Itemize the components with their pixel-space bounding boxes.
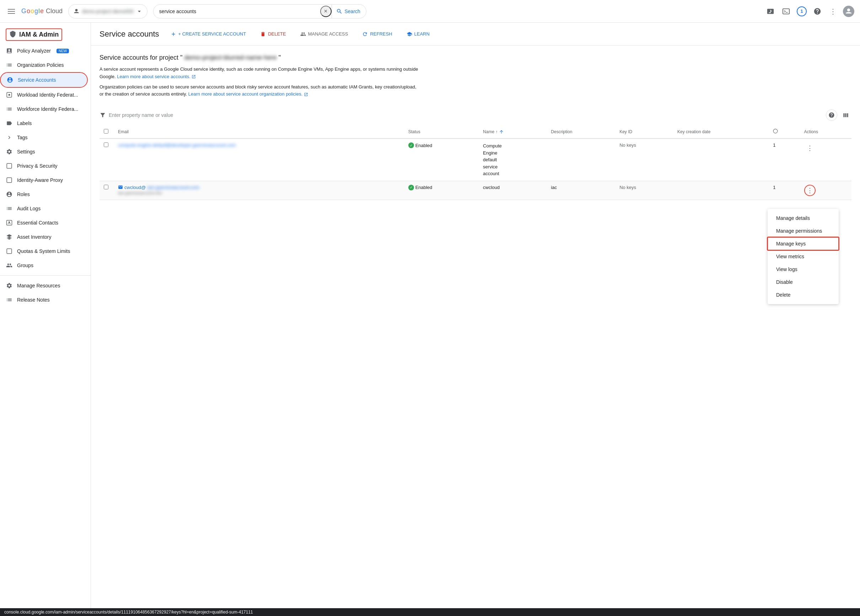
cloud-shell-icon[interactable] — [763, 4, 778, 19]
settings-icon — [6, 148, 13, 155]
search-button[interactable]: Search — [331, 5, 365, 18]
sidebar-item-workload-identity[interactable]: Workload Identity Federat... — [0, 88, 88, 102]
row-1-name: ComputeEnginedefaultserviceaccount — [479, 138, 546, 181]
sidebar-item-label: Groups — [17, 263, 33, 268]
dropdown-manage-permissions[interactable]: Manage permissions — [767, 224, 839, 237]
row-2-actions: ⋮ — [800, 181, 852, 200]
sidebar-item-manage-resources[interactable]: Manage Resources — [0, 279, 88, 293]
sidebar-item-label: Settings — [17, 149, 35, 155]
sidebar-item-audit-logs[interactable]: Audit Logs — [0, 201, 88, 216]
svg-point-3 — [75, 9, 78, 11]
search-input[interactable] — [159, 8, 320, 14]
status-bar: console.cloud.google.com/iam-admin/servi… — [0, 608, 860, 616]
dropdown-disable[interactable]: Disable — [767, 276, 839, 288]
menu-icon[interactable] — [4, 4, 19, 19]
sidebar-item-identity-aware-proxy[interactable]: Identity-Aware Proxy — [0, 173, 88, 187]
groups-icon — [6, 262, 13, 269]
sidebar-item-groups[interactable]: Groups — [0, 258, 88, 273]
create-service-account-button[interactable]: + CREATE SERVICE ACCOUNT — [165, 28, 252, 40]
sort-icon — [499, 129, 504, 134]
roles-icon — [6, 191, 13, 198]
sidebar-item-privacy-security[interactable]: Privacy & Security — [0, 159, 88, 173]
row-1-actions: ⋮ — [800, 138, 852, 181]
sidebar-item-release-notes[interactable]: Release Notes — [0, 293, 88, 307]
sidebar-item-settings[interactable]: Settings — [0, 144, 88, 159]
service-accounts-icon — [6, 76, 14, 83]
policy-analyzer-icon — [6, 47, 13, 54]
refresh-btn-label: REFRESH — [370, 31, 392, 37]
row-2-checkbox[interactable] — [104, 185, 108, 189]
count-header — [769, 125, 800, 138]
project-selector[interactable]: demo-project-demo000 — [68, 4, 148, 19]
learn-more-org-policies-link[interactable]: Learn more about service account organiz… — [188, 91, 308, 97]
columns-button[interactable] — [840, 110, 852, 121]
iam-icon — [9, 31, 16, 39]
sidebar-item-org-policies[interactable]: Organization Policies — [0, 58, 88, 72]
dropdown-manage-keys[interactable]: Manage keys — [767, 237, 839, 250]
svg-rect-1 — [8, 11, 15, 12]
sidebar-item-label: Asset Inventory — [17, 234, 52, 240]
avatar[interactable] — [841, 4, 856, 19]
sidebar-item-service-accounts[interactable]: Service Accounts — [0, 72, 88, 88]
tags-icon — [6, 134, 13, 141]
learn-button[interactable]: LEARN — [401, 28, 435, 40]
table-toolbar-right — [826, 110, 852, 121]
actions-dropdown-menu: Manage details Manage permissions Manage… — [767, 209, 839, 304]
table-row: cwcloud@iam.gserviceaccount.com iam.gser… — [99, 181, 852, 200]
google-cloud-logo[interactable]: Google Cloud — [21, 8, 63, 15]
manage-access-button[interactable]: MANAGE ACCESS — [295, 28, 354, 40]
table-help-icon[interactable] — [826, 110, 837, 121]
row-2-email: cwcloud@iam.gserviceaccount.com iam.gser… — [114, 181, 404, 200]
actions-header: Actions — [800, 125, 852, 138]
notification-badge: 1 — [797, 6, 807, 16]
asset-inventory-icon — [6, 234, 13, 240]
sidebar-item-asset-inventory[interactable]: Asset Inventory — [0, 230, 88, 244]
refresh-button[interactable]: REFRESH — [356, 28, 398, 40]
project-heading: Service accounts for project " demo-proj… — [99, 54, 852, 61]
svg-rect-7 — [7, 163, 12, 168]
delete-button[interactable]: DELETE — [254, 28, 292, 40]
dropdown-manage-details[interactable]: Manage details — [767, 212, 839, 224]
notifications-icon[interactable]: 1 — [795, 4, 809, 19]
content-area: Service accounts + CREATE SERVICE ACCOUN… — [91, 23, 860, 608]
filter-input[interactable] — [109, 112, 823, 118]
row-2-count: 1 — [769, 181, 800, 200]
dropdown-view-metrics[interactable]: View metrics — [767, 250, 839, 263]
status-header: Status — [404, 125, 479, 138]
email-icon — [118, 185, 123, 190]
svg-point-12 — [774, 129, 778, 133]
sidebar-item-labels[interactable]: Labels — [0, 116, 88, 130]
search-clear-button[interactable]: ✕ — [320, 6, 331, 17]
name-header[interactable]: Name ↑ — [479, 125, 546, 138]
main-layout: IAM & Admin Policy Analyzer NEW Organiza… — [0, 23, 860, 608]
learn-more-service-accounts-link[interactable]: Learn more about service accounts. — [117, 74, 196, 79]
project-selector-text: demo-project-demo000 — [82, 8, 133, 14]
search-label: Search — [345, 8, 360, 14]
dropdown-delete[interactable]: Delete — [767, 288, 839, 301]
status-text: Enabled — [416, 185, 433, 190]
sidebar-section-header: IAM & Admin — [0, 25, 91, 44]
row-2-name: cwcloud — [479, 181, 546, 200]
row-2-email-link[interactable]: cwcloud@iam.gserviceaccount.com — [118, 185, 400, 190]
description-header: Description — [546, 125, 615, 138]
more-options-icon[interactable]: ⋮ — [826, 4, 840, 19]
row-1-actions-button[interactable]: ⋮ — [804, 143, 816, 154]
dropdown-view-logs[interactable]: View logs — [767, 263, 839, 276]
select-all-checkbox[interactable] — [104, 129, 108, 133]
row-2-actions-button[interactable]: ⋮ — [804, 185, 816, 196]
sidebar-item-quotas[interactable]: Quotas & System Limits — [0, 244, 88, 258]
sidebar-item-essential-contacts[interactable]: Essential Contacts — [0, 216, 88, 230]
sidebar-item-label: Quotas & System Limits — [17, 248, 70, 254]
sidebar-item-tags[interactable]: Tags — [0, 130, 88, 144]
iam-admin-section: IAM & Admin — [6, 28, 62, 41]
help-icon[interactable] — [810, 4, 824, 19]
terminal-icon[interactable] — [779, 4, 793, 19]
sidebar-item-label: Workload Identity Federat... — [17, 92, 78, 98]
svg-rect-4 — [783, 8, 789, 14]
sidebar-item-workforce-identity[interactable]: Workforce Identity Federa... — [0, 102, 88, 116]
sidebar-item-policy-analyzer[interactable]: Policy Analyzer NEW — [0, 44, 88, 58]
key-id-header: Key ID — [615, 125, 673, 138]
workload-icon — [6, 91, 13, 99]
row-1-checkbox[interactable] — [104, 143, 108, 147]
sidebar-item-roles[interactable]: Roles — [0, 187, 88, 201]
